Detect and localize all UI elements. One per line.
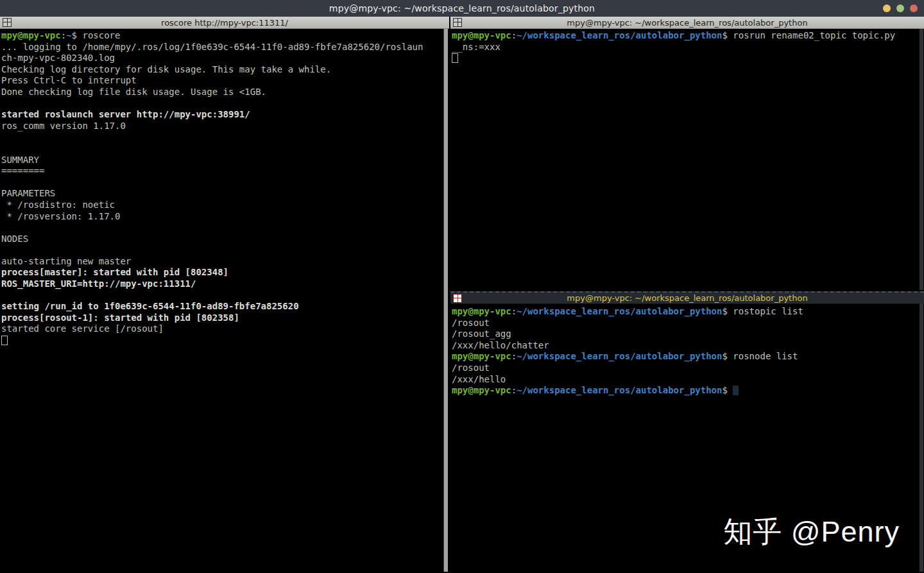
terminal-line: setting /run_id to 1f0e639c-6544-11f0-ad…	[1, 301, 443, 312]
terminal-text: /rosout	[452, 363, 490, 373]
pane-title: mpy@mpy-vpc: ~/workspace_learn_ros/autol…	[450, 18, 924, 28]
terminal-line: auto-starting new master	[1, 256, 443, 268]
terminal-group-icon[interactable]	[3, 18, 12, 27]
pane-titlebar-roscore[interactable]: roscore http://mpy-vpc:11311/	[0, 17, 449, 29]
terminal-line: /xxx/hello/chatter	[452, 340, 918, 352]
terminal-text: Press Ctrl-C to interrupt	[1, 75, 137, 85]
terminal-line: started core service [/rosout]	[1, 323, 443, 335]
terminal-text: mpy@mpy-vpc	[452, 385, 511, 395]
terminal-text: ~	[66, 30, 71, 40]
terminal-line: mpy@mpy-vpc:~/workspace_learn_ros/autola…	[452, 385, 918, 397]
terminal-line: Checking log directory for disk usage. T…	[1, 64, 443, 76]
terminal-line: NODES	[1, 234, 443, 245]
terminal-text: :	[511, 30, 517, 40]
terminal-text: started roslaunch server http://mpy-vpc:…	[1, 109, 250, 119]
terminal-text: mpy@mpy-vpc	[452, 306, 511, 316]
terminal-line	[1, 244, 443, 256]
terminal-line: ros_comm version 1.17.0	[1, 121, 443, 132]
terminal-text: $ rosnode list	[722, 351, 798, 361]
terminal-text: /rosout	[452, 318, 490, 328]
terminal-line: ch-mpy-vpc-802340.log	[1, 53, 443, 64]
window-controls	[883, 0, 918, 17]
terminal-text: Done checking log file disk usage. Usage…	[1, 87, 266, 97]
pane-titlebar-rostopic[interactable]: mpy@mpy-vpc: ~/workspace_learn_ros/autol…	[450, 291, 924, 304]
terminal-text: ~/workspace_learn_ros/autolabor_python	[517, 385, 722, 395]
terminal-text: ~/workspace_learn_ros/autolabor_python	[517, 306, 722, 316]
terminal-line: /rosout	[452, 318, 918, 329]
scrollbar[interactable]	[920, 304, 923, 572]
window-titlebar[interactable]: mpy@mpy-vpc: ~/workspace_learn_ros/autol…	[0, 0, 924, 17]
terminal-text: ros_comm version 1.17.0	[1, 121, 126, 131]
terminal-text: NODES	[1, 234, 28, 244]
terminal-text: Checking log directory for disk usage. T…	[1, 64, 331, 74]
terminal-line: /rosout	[452, 363, 918, 374]
terminal-line: process[rosout-1]: started with pid [802…	[1, 312, 443, 324]
terminal-line: started roslaunch server http://mpy-vpc:…	[1, 109, 443, 121]
pane-rosrun: mpy@mpy-vpc: ~/workspace_learn_ros/autol…	[450, 17, 924, 291]
minimize-button[interactable]	[883, 4, 891, 12]
terminal-line	[1, 98, 443, 110]
terminal-text: setting /run_id to 1f0e639c-6544-11f0-ad…	[1, 301, 299, 311]
terminal-group-icon[interactable]	[453, 294, 462, 303]
maximize-button[interactable]	[896, 4, 904, 12]
terminal-text: ========	[1, 166, 44, 176]
terminal-text: SUMMARY	[1, 155, 39, 165]
terminal-text: PARAMETERS	[1, 188, 55, 198]
scrollbar[interactable]	[443, 29, 448, 572]
terminal-rosrun[interactable]: mpy@mpy-vpc:~/workspace_learn_ros/autola…	[452, 29, 918, 291]
terminal-text: process[rosout-1]: started with pid [802…	[1, 312, 239, 323]
terminal-text: mpy@mpy-vpc	[1, 30, 61, 40]
terminal-text: started core service [/rosout]	[1, 323, 164, 334]
terminal-text: mpy@mpy-vpc	[452, 351, 511, 361]
terminal-line: mpy@mpy-vpc:~/workspace_learn_ros/autola…	[452, 306, 918, 318]
terminal-line: ROS_MASTER_URI=http://mpy-vpc:11311/	[1, 278, 443, 290]
terminal-text: ch-mpy-vpc-802340.log	[1, 53, 115, 63]
scrollbar[interactable]	[920, 29, 923, 290]
terminal-text: ROS_MASTER_URI=http://mpy-vpc:11311/	[1, 278, 196, 289]
terminal-text: :	[511, 385, 517, 395]
terminal-text: process[master]: started with pid [80234…	[1, 267, 228, 277]
terminal-text: /rosout_agg	[452, 329, 511, 339]
terminal-text: * /rosdistro: noetic	[1, 200, 115, 210]
terminal-line: Press Ctrl-C to interrupt	[1, 75, 443, 87]
terminal-roscore[interactable]: mpy@mpy-vpc:~$ roscore... logging to /ho…	[1, 29, 443, 573]
terminal-line: * /rosdistro: noetic	[1, 200, 443, 211]
terminal-text: :	[61, 30, 66, 40]
terminal-line: process[master]: started with pid [80234…	[1, 267, 443, 278]
terminal-group-icon[interactable]	[453, 18, 462, 27]
terminal-line: /xxx/hello	[452, 374, 918, 386]
terminal-line: * /rosversion: 1.17.0	[1, 211, 443, 223]
terminal-line: /rosout_agg	[452, 329, 918, 340]
terminal-line: mpy@mpy-vpc:~/workspace_learn_ros/autola…	[452, 351, 918, 363]
terminal-text: ... logging to /home/mpy/.ros/log/1f0e63…	[1, 42, 423, 52]
terminal-text: :	[511, 351, 517, 361]
terminal-line	[1, 177, 443, 189]
terminal-line: mpy@mpy-vpc:~/workspace_learn_ros/autola…	[452, 30, 918, 42]
pane-title: mpy@mpy-vpc: ~/workspace_learn_ros/autol…	[450, 293, 924, 303]
terminal-text: $ rosrun rename02_topic topic.py	[722, 30, 895, 40]
terminal-line	[1, 143, 443, 155]
terminal-line: SUMMARY	[1, 155, 443, 166]
terminal-cursor	[1, 336, 8, 345]
close-button[interactable]	[910, 4, 918, 12]
pane-titlebar-rosrun[interactable]: mpy@mpy-vpc: ~/workspace_learn_ros/autol…	[450, 17, 924, 29]
terminal-text: $ roscore	[72, 30, 121, 40]
terminal-text: $ rostopic list	[722, 306, 803, 316]
terminal-text: auto-starting new master	[1, 256, 131, 266]
terminal-text: /xxx/hello	[452, 374, 506, 384]
terminal-text: mpy@mpy-vpc	[452, 30, 511, 40]
terminal-line	[1, 222, 443, 234]
terminal-cursor	[452, 53, 458, 63]
pane-roscore: roscore http://mpy-vpc:11311/ mpy@mpy-vp…	[0, 17, 449, 573]
terminal-text: ~/workspace_learn_ros/autolabor_python	[517, 30, 722, 40]
pane-title: roscore http://mpy-vpc:11311/	[0, 18, 449, 28]
terminal-line: mpy@mpy-vpc:~$ roscore	[1, 30, 443, 42]
terminal-line	[1, 290, 443, 302]
terminal-text: ~/workspace_learn_ros/autolabor_python	[517, 351, 722, 361]
terminal-line	[452, 53, 918, 64]
terminal-line	[1, 335, 443, 346]
terminal-text: __ns:=xxx	[452, 42, 501, 52]
terminal-text: /xxx/hello/chatter	[452, 340, 549, 350]
watermark: 知乎 @Penry	[723, 513, 900, 551]
terminal-line	[1, 132, 443, 143]
